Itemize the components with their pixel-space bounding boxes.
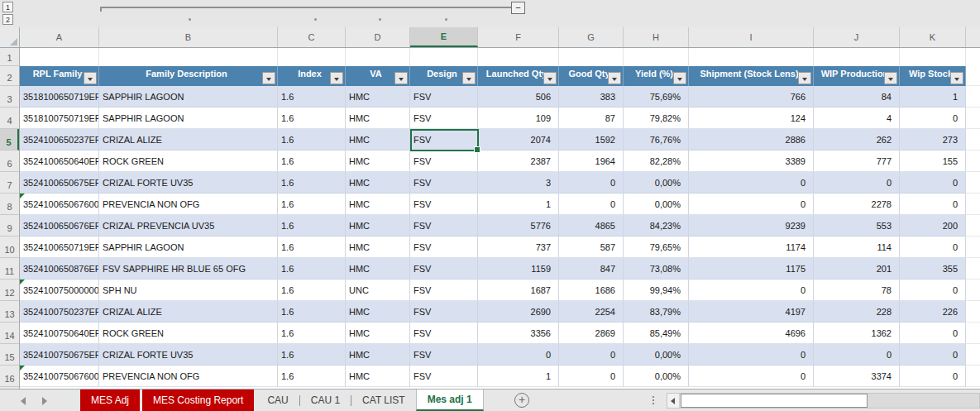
cell-H1[interactable] (624, 48, 689, 66)
outline-collapse-button[interactable]: − (511, 2, 525, 14)
table-header-good-qty[interactable]: Good Qty (559, 66, 624, 86)
cell-I13[interactable]: 4197 (689, 301, 814, 323)
cell-J13[interactable]: 228 (814, 301, 900, 323)
cell-H13[interactable]: 83,79% (624, 301, 689, 323)
cell-D7[interactable]: HMC (346, 172, 410, 194)
cell-B10[interactable]: SAPPHIR LAGOON (99, 237, 278, 258)
cell-G9[interactable]: 4865 (559, 215, 624, 237)
tab-scroll-right-icon[interactable] (42, 397, 47, 405)
filter-button-index[interactable] (330, 72, 343, 84)
row-header-10[interactable]: 10 (0, 237, 19, 258)
cell-F10[interactable]: 737 (478, 237, 559, 258)
cell-B16[interactable]: PREVENCIA NON OFG (99, 366, 278, 387)
cell-K11[interactable]: 355 (900, 258, 966, 280)
cell-A14[interactable]: 3524100750640EF (20, 323, 99, 344)
cell-G5[interactable]: 1592 (559, 129, 624, 151)
cell-G1[interactable] (559, 48, 624, 66)
cell-H10[interactable]: 79,65% (624, 237, 689, 258)
cell-E7[interactable]: FSV (410, 172, 478, 194)
cell-F12[interactable]: 1687 (478, 280, 559, 301)
cell-A8[interactable]: 352410065067600 (20, 194, 99, 215)
cell-K14[interactable]: 0 (900, 323, 966, 344)
cell-D9[interactable]: HMC (346, 215, 410, 237)
cell-E15[interactable]: FSV (410, 344, 478, 366)
column-header-E[interactable]: E (410, 27, 478, 47)
cell-H11[interactable]: 73,08% (624, 258, 689, 280)
column-header-C[interactable]: C (278, 27, 346, 47)
cell-J3[interactable]: 84 (814, 86, 900, 108)
cell-A10[interactable]: 3524100650719EF (20, 237, 99, 258)
cell-C10[interactable]: 1.6 (278, 237, 346, 258)
table-header-index[interactable]: Index (278, 66, 346, 86)
cell-I10[interactable]: 1174 (689, 237, 814, 258)
filter-button-wip-production[interactable] (884, 72, 897, 84)
cell-E12[interactable]: FSV (410, 280, 478, 301)
cell-E5[interactable]: FSV (410, 129, 478, 151)
cell-D10[interactable]: HMC (346, 237, 410, 258)
cell-D1[interactable] (346, 48, 410, 66)
cell-B8[interactable]: PREVENCIA NON OFG (99, 194, 278, 215)
cell-B6[interactable]: ROCK GREEN (99, 151, 278, 172)
cell-G11[interactable]: 847 (559, 258, 624, 280)
cell-B3[interactable]: SAPPHIR LAGOON (99, 86, 278, 108)
horizontal-scrollbar-thumb[interactable] (681, 394, 868, 408)
cell-F7[interactable]: 3 (478, 172, 559, 194)
cell-I14[interactable]: 4696 (689, 323, 814, 344)
column-header-F[interactable]: F (478, 27, 559, 47)
column-header-K[interactable]: K (900, 27, 966, 47)
filter-button-good-qty[interactable] (608, 72, 621, 84)
filter-button-wip-stock[interactable] (950, 72, 963, 84)
cell-I7[interactable]: 0 (689, 172, 814, 194)
sheet-tab-cau[interactable]: CAU (256, 389, 299, 411)
cell-F4[interactable]: 109 (478, 108, 559, 129)
cell-I12[interactable]: 0 (689, 280, 814, 301)
cell-F11[interactable]: 1159 (478, 258, 559, 280)
cell-C16[interactable]: 1.6 (278, 366, 346, 387)
cell-K9[interactable]: 200 (900, 215, 966, 237)
row-header-6[interactable]: 6 (0, 151, 19, 172)
cell-H4[interactable]: 79,82% (624, 108, 689, 129)
cell-J5[interactable]: 262 (814, 129, 900, 151)
cell-C9[interactable]: 1.6 (278, 215, 346, 237)
cell-I3[interactable]: 766 (689, 86, 814, 108)
cell-E13[interactable]: FSV (410, 301, 478, 323)
row-header-8[interactable]: 8 (0, 194, 19, 215)
cell-D5[interactable]: HMC (346, 129, 410, 151)
cell-C11[interactable]: 1.6 (278, 258, 346, 280)
row-header-11[interactable]: 11 (0, 258, 19, 280)
cell-F14[interactable]: 3356 (478, 323, 559, 344)
cell-J9[interactable]: 553 (814, 215, 900, 237)
row-header-3[interactable]: 3 (0, 86, 19, 108)
cell-K6[interactable]: 155 (900, 151, 966, 172)
cell-B4[interactable]: SAPPHIR LAGOON (99, 108, 278, 129)
cell-E6[interactable]: FSV (410, 151, 478, 172)
cell-H12[interactable]: 99,94% (624, 280, 689, 301)
column-header-D[interactable]: D (346, 27, 410, 47)
cell-H6[interactable]: 82,28% (624, 151, 689, 172)
sheet-tab-mes-costing-report[interactable]: MES Costing Report (142, 389, 254, 411)
cell-F13[interactable]: 2690 (478, 301, 559, 323)
cell-D13[interactable]: HMC (346, 301, 410, 323)
cell-C13[interactable]: 1.6 (278, 301, 346, 323)
cell-D11[interactable]: HMC (346, 258, 410, 280)
cell-A1[interactable] (20, 48, 99, 66)
outline-level-2-button[interactable]: 2 (2, 14, 13, 25)
cell-B7[interactable]: CRIZAL FORTE UV35 (99, 172, 278, 194)
cell-F5[interactable]: 2074 (478, 129, 559, 151)
tab-area-resize-handle[interactable] (653, 396, 655, 406)
cell-A5[interactable]: 3524100650237EF (20, 129, 99, 151)
cell-I8[interactable]: 0 (689, 194, 814, 215)
column-header-J[interactable]: J (814, 27, 900, 47)
cell-G8[interactable]: 0 (559, 194, 624, 215)
cell-G3[interactable]: 383 (559, 86, 624, 108)
cell-G4[interactable]: 87 (559, 108, 624, 129)
cell-H16[interactable]: 0,00% (624, 366, 689, 387)
column-header-H[interactable]: H (624, 27, 689, 47)
cell-K12[interactable]: 0 (900, 280, 966, 301)
row-header-12[interactable]: 12 (0, 280, 19, 301)
cell-F1[interactable] (478, 48, 559, 66)
cell-G16[interactable]: 0 (559, 366, 624, 387)
column-header-A[interactable]: A (20, 27, 99, 47)
filter-button-shipment-stock-lens[interactable] (798, 72, 811, 84)
cell-B12[interactable]: SPH NU (99, 280, 278, 301)
